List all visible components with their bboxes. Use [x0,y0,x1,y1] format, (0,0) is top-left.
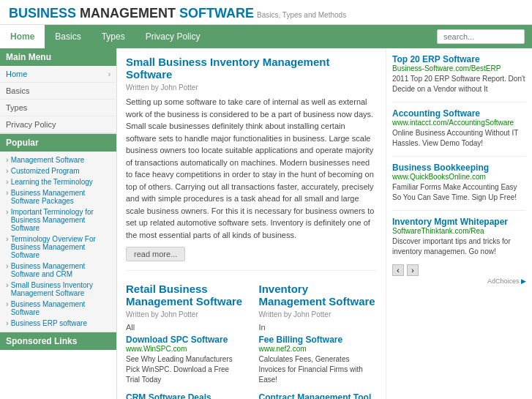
ad-bookkeeping: Business Bookkeeping www.QuickBooksOnlin… [392,163,526,203]
main-menu-label: Main Menu [0,48,116,66]
ad-bookkeeping-url: www.QuickBooksOnline.com [392,173,526,181]
main-article-title[interactable]: Small Business Inventory Management Soft… [126,56,377,81]
ad-erp-url: Business-Software.com/BestERP [392,64,526,72]
sidebar-item-home[interactable]: Home› [0,66,116,83]
site-title: BUSINESS MANAGEMENT SOFTWAREBasics, Type… [9,6,346,20]
title-word-business: BUSINESS [9,6,76,20]
sidebar-item-basics[interactable]: Basics [0,83,116,100]
list-item[interactable]: Customized Program [6,165,110,176]
list-item[interactable]: Terminology Overview For Business Manage… [6,234,110,261]
main-article-body: Setting up some software to take care of… [126,96,377,241]
ad-fee-billing-desc: Calculates Fees, Generates Invoices for … [259,354,378,385]
read-more-button[interactable]: read more... [126,247,185,261]
sidebar-item-types[interactable]: Types [0,100,116,116]
ad-contract-title[interactable]: Contract Management Tool [259,392,372,399]
ad-bookkeeping-title[interactable]: Business Bookkeeping [392,163,489,173]
popular-list: Management Software Customized Program L… [0,152,116,332]
adchoices-label: AdChoices ▶ [392,277,526,285]
ad-erp: Top 20 ERP Software Business-Software.co… [392,54,526,94]
article-inventory-prefix: In [259,323,378,332]
title-word-management: MANAGEMENT [76,6,176,20]
nav-privacy[interactable]: Privacy Policy [135,25,211,48]
title-word-software: SOFTWARE [176,6,254,20]
ad-accounting-desc: Online Business Accounting Without IT Ha… [392,128,526,149]
article-inventory: Inventory Management Software Written by… [259,283,378,399]
main-content: Small Business Inventory Management Soft… [117,48,386,399]
content-wrapper: Main Menu Home› Basics Types Privacy Pol… [0,48,532,399]
ad-fee-billing: Fee Billing Software www.nef2.com Calcul… [259,335,378,385]
nav-home[interactable]: Home [0,25,45,48]
sidebar-menu: Home› Basics Types Privacy Policy [0,66,116,134]
nav-types[interactable]: Types [91,25,135,48]
ad-inventory-wp-desc: Discover important tips and tricks for i… [392,236,526,257]
bottom-articles: Retail Business Management Software Writ… [126,283,377,399]
search-box[interactable] [437,29,525,44]
ad-accounting-title[interactable]: Accounting Software [392,108,480,119]
ad-accounting-url: www.intacct.com/AccountingSoftware [392,119,526,127]
list-item[interactable]: Business Management Software and CRM [6,261,110,280]
ad-erp-title[interactable]: Top 20 ERP Software [392,54,480,64]
list-item[interactable]: Business Management Software Packages [6,187,110,206]
ad-fee-billing-title[interactable]: Fee Billing Software [259,335,343,345]
main-article-meta: Written by John Potter [126,83,377,92]
ad-erp-desc: 2011 Top 20 ERP Software Report. Don't D… [392,74,526,94]
sidebar: Main Menu Home› Basics Types Privacy Pol… [0,48,117,399]
ad-inventory-wp-url: SoftwareThinktank.com/Rea [392,227,526,235]
ad-inventory-wp-title[interactable]: Inventory Mgmt Whitepaper [392,217,508,227]
ad-next-button[interactable]: › [407,264,419,276]
popular-label: Popular [0,134,116,152]
ad-prev-button[interactable]: ‹ [392,264,404,276]
ad-navigation: ‹ › [392,264,526,276]
ad-contract: Contract Management Tool BlueRidgeSoftwa… [259,392,378,399]
ad-download-spc-url: www.WinSPC.com [126,345,244,353]
list-item[interactable]: Small Business Inventory Management Soft… [6,280,110,299]
sponsored-label: Sponsored Links [0,332,116,350]
nav-bar: Home Basics Types Privacy Policy [0,25,532,48]
sidebar-item-privacy[interactable]: Privacy Policy [0,116,116,133]
article-retail-title[interactable]: Retail Business Management Software [126,283,244,307]
ad-fee-billing-url: www.nef2.com [259,345,378,353]
list-item[interactable]: Business Management Software [6,299,110,318]
list-item[interactable]: Important Terminology for Business Manag… [6,206,110,234]
nav-basics[interactable]: Basics [45,25,91,48]
main-article: Small Business Inventory Management Soft… [126,56,377,271]
ad-download-spc: Download SPC Software www.WinSPC.com See… [126,335,244,385]
list-item[interactable]: Business ERP software [6,318,110,329]
list-item[interactable]: Learning the Terminology [6,176,110,187]
ad-accounting: Accounting Software www.intacct.com/Acco… [392,108,526,149]
ads-sidebar: Top 20 ERP Software Business-Software.co… [386,48,532,399]
article-retail-prefix: All [126,323,244,332]
search-input[interactable] [437,29,525,44]
site-subtitle: Basics, Types and Methods [257,11,346,19]
article-retail-meta: Written by John Potter [126,310,244,318]
article-inventory-title[interactable]: Inventory Management Software [259,283,378,307]
ad-crm-title[interactable]: CRM Software Deals [126,392,211,399]
ad-download-spc-title[interactable]: Download SPC Software [126,335,228,345]
arrow-icon: › [108,70,110,78]
ad-download-spc-desc: See Why Leading Manufacturers Pick WinSP… [126,354,244,385]
ad-crm-software: CRM Software Deals www.PartnerPoint.com … [126,392,244,399]
ad-bookkeeping-desc: Familiar Forms Make Accounting Easy So Y… [392,182,526,203]
site-header: BUSINESS MANAGEMENT SOFTWAREBasics, Type… [0,0,532,25]
list-item[interactable]: Management Software [6,154,110,165]
article-inventory-meta: Written by John Potter [259,310,378,318]
article-retail: Retail Business Management Software Writ… [126,283,244,399]
ad-inventory-whitepaper: Inventory Mgmt Whitepaper SoftwareThinkt… [392,217,526,257]
adchoices-icon: ▶ [521,277,526,285]
